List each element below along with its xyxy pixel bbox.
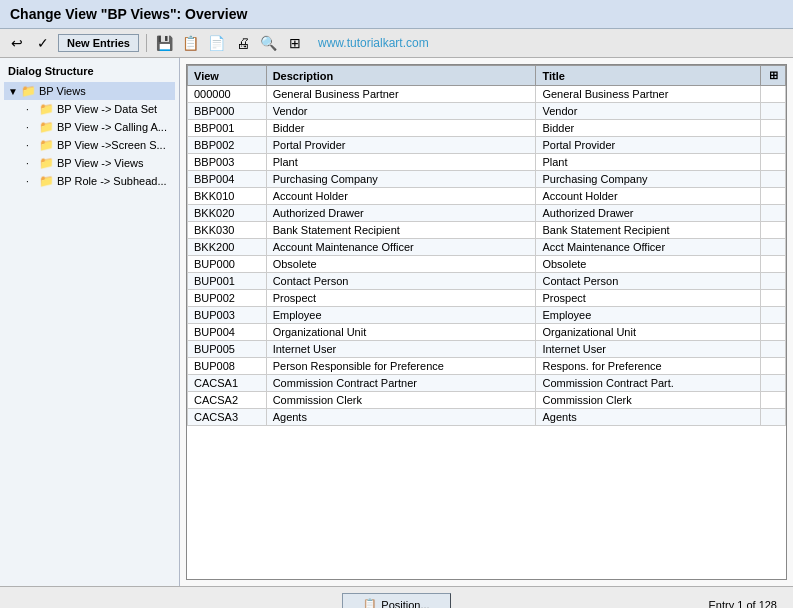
sidebar-item-bp-views[interactable]: ▼ 📁 BP Views bbox=[4, 82, 175, 100]
url-text: www.tutorialkart.com bbox=[318, 36, 429, 50]
check-icon[interactable]: ✓ bbox=[32, 32, 54, 54]
table-row[interactable]: BUP000ObsoleteObsolete bbox=[188, 256, 786, 273]
sidebar-item-views[interactable]: · 📁 BP View -> Views bbox=[22, 154, 175, 172]
table-row[interactable]: BUP004Organizational UnitOrganizational … bbox=[188, 324, 786, 341]
sidebar-label-1: BP View -> Data Set bbox=[57, 103, 157, 115]
cell-title: Plant bbox=[536, 154, 761, 171]
table-row[interactable]: BBP003PlantPlant bbox=[188, 154, 786, 171]
cell-view: BUP000 bbox=[188, 256, 267, 273]
cell-view: BUP008 bbox=[188, 358, 267, 375]
undo-icon[interactable]: ↩ bbox=[6, 32, 28, 54]
new-entries-button[interactable]: New Entries bbox=[58, 34, 139, 52]
cell-icon bbox=[761, 188, 786, 205]
table-row[interactable]: BBP002Portal ProviderPortal Provider bbox=[188, 137, 786, 154]
cell-description: Agents bbox=[266, 409, 536, 426]
page-title: Change View "BP Views": Overview bbox=[10, 6, 247, 22]
cell-title: Account Holder bbox=[536, 188, 761, 205]
table-row[interactable]: BBP004Purchasing CompanyPurchasing Compa… bbox=[188, 171, 786, 188]
content-area: View Description Title ⊞ 000000Gen bbox=[180, 58, 793, 586]
table-row[interactable]: BKK020Authorized DrawerAuthorized Drawer bbox=[188, 205, 786, 222]
entry-info: Entry 1 of 128 bbox=[709, 599, 778, 609]
table-row[interactable]: BUP003EmployeeEmployee bbox=[188, 307, 786, 324]
cell-title: Employee bbox=[536, 307, 761, 324]
folder-icon-5: 📁 bbox=[39, 156, 54, 170]
cell-icon bbox=[761, 358, 786, 375]
table-row[interactable]: BUP001Contact PersonContact Person bbox=[188, 273, 786, 290]
sidebar-label-4: BP View -> Views bbox=[57, 157, 144, 169]
cell-title: Obsolete bbox=[536, 256, 761, 273]
table-row[interactable]: 000000General Business PartnerGeneral Bu… bbox=[188, 86, 786, 103]
position-button[interactable]: 📋 Position... bbox=[342, 593, 450, 608]
col-header-description[interactable]: Description bbox=[266, 66, 536, 86]
col-header-view[interactable]: View bbox=[188, 66, 267, 86]
table-row[interactable]: BUP002ProspectProspect bbox=[188, 290, 786, 307]
cell-description: Purchasing Company bbox=[266, 171, 536, 188]
cell-view: BBP000 bbox=[188, 103, 267, 120]
cell-view: BBP001 bbox=[188, 120, 267, 137]
title-bar: Change View "BP Views": Overview bbox=[0, 0, 793, 29]
cell-title: Portal Provider bbox=[536, 137, 761, 154]
table-row[interactable]: BBP001BidderBidder bbox=[188, 120, 786, 137]
save-icon[interactable]: 💾 bbox=[154, 32, 176, 54]
sidebar-item-calling[interactable]: · 📁 BP View -> Calling A... bbox=[22, 118, 175, 136]
cell-view: 000000 bbox=[188, 86, 267, 103]
cell-title: Commission Contract Part. bbox=[536, 375, 761, 392]
cell-title: Respons. for Preference bbox=[536, 358, 761, 375]
cell-description: Account Maintenance Officer bbox=[266, 239, 536, 256]
sidebar-item-label: BP Views bbox=[39, 85, 86, 97]
table-row[interactable]: BKK010Account HolderAccount Holder bbox=[188, 188, 786, 205]
cell-view: BBP003 bbox=[188, 154, 267, 171]
col-header-title[interactable]: Title bbox=[536, 66, 761, 86]
cell-view: BUP002 bbox=[188, 290, 267, 307]
table-row[interactable]: BUP008Person Responsible for PreferenceR… bbox=[188, 358, 786, 375]
cell-description: Plant bbox=[266, 154, 536, 171]
cell-description: General Business Partner bbox=[266, 86, 536, 103]
position-label: Position... bbox=[381, 599, 429, 609]
table-row[interactable]: BKK030Bank Statement RecipientBank State… bbox=[188, 222, 786, 239]
cell-title: Organizational Unit bbox=[536, 324, 761, 341]
table-row[interactable]: CACSA2Commission ClerkCommission Clerk bbox=[188, 392, 786, 409]
find-icon[interactable]: 🔍 bbox=[258, 32, 280, 54]
print-icon[interactable]: 🖨 bbox=[232, 32, 254, 54]
sidebar-item-role[interactable]: · 📁 BP Role -> Subhead... bbox=[22, 172, 175, 190]
folder-icon-2: 📁 bbox=[39, 102, 54, 116]
cell-view: BUP004 bbox=[188, 324, 267, 341]
grid-icon[interactable]: ⊞ bbox=[284, 32, 306, 54]
cell-title: Prospect bbox=[536, 290, 761, 307]
cell-icon bbox=[761, 120, 786, 137]
table-row[interactable]: BBP000VendorVendor bbox=[188, 103, 786, 120]
cell-view: BKK020 bbox=[188, 205, 267, 222]
cell-view: BUP001 bbox=[188, 273, 267, 290]
cell-title: Acct Maintenance Officer bbox=[536, 239, 761, 256]
cell-view: CACSA3 bbox=[188, 409, 267, 426]
sidebar-item-screen[interactable]: · 📁 BP View ->Screen S... bbox=[22, 136, 175, 154]
copy-icon[interactable]: 📋 bbox=[180, 32, 202, 54]
table-row[interactable]: CACSA1Commission Contract PartnerCommiss… bbox=[188, 375, 786, 392]
cell-description: Obsolete bbox=[266, 256, 536, 273]
cell-icon bbox=[761, 375, 786, 392]
cell-title: Internet User bbox=[536, 341, 761, 358]
cell-view: BUP003 bbox=[188, 307, 267, 324]
sidebar-label-2: BP View -> Calling A... bbox=[57, 121, 167, 133]
toolbar: ↩ ✓ New Entries 💾 📋 📄 🖨 🔍 ⊞ www.tutorial… bbox=[0, 29, 793, 58]
position-icon: 📋 bbox=[363, 598, 377, 608]
cell-icon bbox=[761, 137, 786, 154]
table-row[interactable]: CACSA3AgentsAgents bbox=[188, 409, 786, 426]
separator-1 bbox=[146, 34, 147, 52]
data-table: View Description Title ⊞ 000000Gen bbox=[187, 65, 786, 426]
clipboard-icon[interactable]: 📄 bbox=[206, 32, 228, 54]
cell-description: Commission Contract Partner bbox=[266, 375, 536, 392]
table-row[interactable]: BKK200Account Maintenance OfficerAcct Ma… bbox=[188, 239, 786, 256]
cell-icon bbox=[761, 256, 786, 273]
cell-title: Bank Statement Recipient bbox=[536, 222, 761, 239]
cell-icon bbox=[761, 409, 786, 426]
cell-view: CACSA2 bbox=[188, 392, 267, 409]
table-row[interactable]: BUP005Internet UserInternet User bbox=[188, 341, 786, 358]
data-table-wrapper[interactable]: View Description Title ⊞ 000000Gen bbox=[187, 65, 786, 579]
sidebar-item-data-set[interactable]: · 📁 BP View -> Data Set bbox=[22, 100, 175, 118]
cell-icon bbox=[761, 324, 786, 341]
cell-title: Commission Clerk bbox=[536, 392, 761, 409]
cell-title: Bidder bbox=[536, 120, 761, 137]
sidebar-title: Dialog Structure bbox=[0, 62, 179, 80]
cell-title: Purchasing Company bbox=[536, 171, 761, 188]
